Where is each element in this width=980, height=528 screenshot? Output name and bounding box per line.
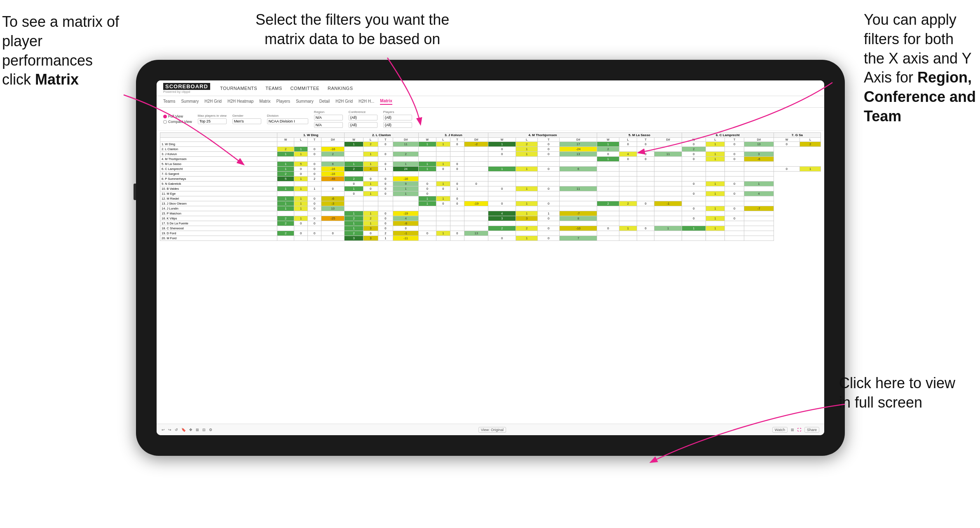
matrix-cell [654, 157, 682, 162]
matrix-cell [744, 167, 774, 172]
sub-dif2: Dif [393, 138, 419, 142]
matrix-cell [488, 157, 516, 162]
player-name-cell: 11. M Ege [160, 191, 277, 196]
sub-t3: T [450, 138, 464, 142]
zoom-out-icon[interactable]: ⊟ [202, 428, 206, 432]
fullscreen-icon[interactable]: ⛶ [797, 428, 801, 432]
region-select2[interactable]: N/A [314, 122, 343, 128]
share-button[interactable]: Share [804, 427, 819, 433]
matrix-cell [744, 147, 774, 152]
matrix-cell: 1 [744, 182, 774, 186]
undo-icon[interactable]: ↩ [162, 428, 165, 432]
nav-tournaments[interactable]: TOURNAMENTS [220, 86, 257, 91]
matrix-cell: 4 [363, 167, 378, 172]
matrix-cell [682, 211, 706, 216]
redo-icon[interactable]: ↪ [168, 428, 171, 432]
subnav-matrix-active[interactable]: Matrix [380, 99, 392, 105]
nav-committee[interactable]: COMMITTEE [291, 86, 320, 91]
sub-dif1: Dif [321, 138, 345, 142]
subnav-h2h-grid[interactable]: H2H Grid [204, 99, 222, 104]
region-select[interactable]: N/A [314, 115, 343, 120]
matrix-cell: -6 [744, 157, 774, 162]
full-view-radio[interactable]: Full View [163, 114, 192, 118]
matrix-cell: 2 [345, 231, 363, 236]
matrix-cell [725, 201, 744, 206]
matrix-cell [744, 201, 774, 206]
subnav-detail[interactable]: Detail [319, 99, 330, 104]
sub-t2: T [378, 138, 393, 142]
table-row: 17. S De La Fuente200110-8 [160, 221, 821, 226]
matrix-cell [597, 196, 619, 201]
pan-icon[interactable]: ✥ [189, 428, 192, 432]
matrix-cell [706, 162, 724, 167]
matrix-cell: 11 [560, 186, 597, 191]
players-select2[interactable]: (All) [383, 122, 412, 128]
sub-w5: W [597, 138, 619, 142]
matrix-cell [321, 182, 345, 186]
subnav-players[interactable]: Players [277, 99, 290, 104]
max-players-select[interactable]: Top 25 [198, 118, 227, 124]
matrix-cell [321, 211, 345, 216]
matrix-cell [744, 172, 774, 177]
subnav-players-summary[interactable]: Summary [296, 99, 314, 104]
gender-select[interactable]: Men's [232, 118, 261, 124]
tablet-frame: SCOREBOARD Powered by clippd TOURNAMENTS… [136, 60, 845, 456]
division-select[interactable]: NCAA Division I [267, 118, 308, 124]
matrix-cell [321, 236, 345, 241]
matrix-cell: 0 [378, 186, 393, 191]
matrix-cell [378, 206, 393, 211]
matrix-area: 1. W Ding 2. L Clanton 3. J Koivun 4. M … [157, 131, 824, 424]
col-header-5: 5. M La Sasso [597, 133, 682, 138]
players-label: Players [383, 110, 412, 114]
subnav-h2h-h[interactable]: H2H H... [359, 99, 374, 104]
matrix-cell: 0 [308, 196, 321, 201]
watch-button[interactable]: Watch [772, 427, 788, 433]
matrix-cell [393, 147, 419, 152]
subnav-matrix-players[interactable]: Matrix [259, 99, 270, 104]
player-name-cell: 18. C Sherwood [160, 226, 277, 231]
subnav-h2h-grid2[interactable]: H2H Grid [335, 99, 353, 104]
compact-view-radio[interactable]: Compact View [163, 120, 192, 124]
refresh-icon[interactable]: ↺ [175, 428, 178, 432]
matrix-cell: 1 [277, 201, 294, 206]
matrix-cell [619, 147, 637, 152]
subnav-h2h-heatmap[interactable]: H2H Heatmap [227, 99, 253, 104]
matrix-cell: 0 [597, 152, 619, 157]
matrix-cell [488, 191, 516, 196]
matrix-cell [464, 226, 488, 231]
matrix-cell [436, 157, 450, 162]
subnav-summary[interactable]: Summary [181, 99, 199, 104]
nav-rankings[interactable]: RANKINGS [328, 86, 353, 91]
matrix-cell [363, 196, 378, 201]
settings-icon[interactable]: ⚙ [209, 428, 212, 432]
matrix-cell [725, 236, 744, 241]
matrix-cell [488, 196, 516, 201]
matrix-cell: 0 [378, 142, 393, 147]
matrix-cell [450, 172, 464, 177]
player-name-cell: 16. K Vilips [160, 216, 277, 221]
table-row: 1. W Ding12011110-2120171000101302 [160, 142, 821, 147]
bookmark-icon[interactable]: 🔖 [181, 428, 186, 432]
conference-select2[interactable]: (All) [349, 122, 377, 128]
players-select1[interactable]: (All) [383, 115, 412, 120]
nav-teams[interactable]: TEAMS [265, 86, 282, 91]
matrix-cell [654, 191, 682, 196]
matrix-cell: 1 [363, 191, 378, 196]
matrix-cell [560, 157, 597, 162]
view-original-button[interactable]: View: Original [478, 427, 506, 433]
grid-icon[interactable]: ⊞ [791, 428, 794, 432]
matrix-cell: 0 [725, 182, 744, 186]
zoom-in-icon[interactable]: ⊞ [196, 428, 199, 432]
matrix-cell [321, 142, 345, 147]
sub-w6: W [682, 138, 706, 142]
conference-select1[interactable]: (All) [349, 115, 377, 120]
matrix-cell [706, 186, 724, 191]
top-nav: SCOREBOARD Powered by clippd TOURNAMENTS… [157, 80, 824, 96]
sub-dif5: Dif [654, 138, 682, 142]
matrix-cell: 2 [345, 177, 363, 182]
matrix-cell: 3 [744, 152, 774, 157]
matrix-cell [294, 226, 308, 231]
matrix-cell: -16 [321, 167, 345, 172]
col-header-4: 4. M Thorbjornsen [488, 133, 597, 138]
subnav-teams[interactable]: Teams [163, 99, 175, 104]
